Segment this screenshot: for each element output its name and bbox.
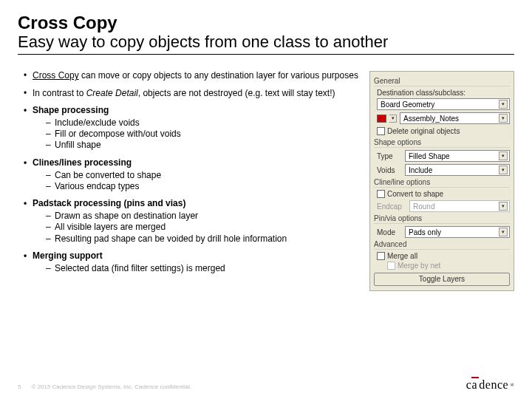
chevron-down-icon: ▾ [499,114,508,123]
bullet-item: Cross Copy can move or copy objects to a… [24,71,359,81]
sub-bullet: Can be converted to shape [46,171,359,180]
endcap-label: Endcap [377,202,406,211]
chevron-down-icon[interactable]: ▾ [389,115,397,123]
sub-bullet: Include/exclude voids [46,118,359,128]
endcap-dropdown: Round▾ [409,200,510,212]
group-general: General [374,77,510,86]
group-shape: Shape options [374,138,510,148]
chevron-down-icon: ▾ [499,166,508,174]
group-advanced: Advanced [374,240,510,250]
shape-voids-label: Voids [377,166,402,174]
dest-class-dropdown[interactable]: Board Geometry▾ [377,98,510,110]
slide-title: Cross Copy [18,13,514,32]
bullet-heading: Shape processing Include/exclude voids F… [24,106,359,151]
color-swatch[interactable] [377,115,386,123]
pin-mode-label: Mode [377,228,402,236]
chevron-down-icon: ▾ [499,228,508,236]
bullet-item: In contrast to Create Detail, objects ar… [24,89,359,98]
sub-bullet: Fill or decompose with/out voids [46,129,359,139]
pin-mode-dropdown[interactable]: Pads only▾ [405,226,510,238]
slide-body: Cross Copy can move or copy objects to a… [18,71,359,291]
sub-bullet: Various endcap types [46,182,359,191]
dest-subclass-dropdown[interactable]: Assembly_Notes▾ [400,112,510,124]
options-panel: General Destination class/subclass: Boar… [369,71,514,291]
slide-subtitle: Easy way to copy objects from one class … [18,33,514,55]
copyright-text: © 2015 Cadence Design Systems, Inc. Cade… [31,383,191,390]
shape-type-label: Type [377,152,402,160]
chevron-down-icon: ▾ [499,202,508,211]
delete-original-checkbox[interactable]: Delete original objects [377,127,510,135]
chevron-down-icon: ▾ [499,151,508,160]
sub-bullet: Drawn as shape on destination layer [46,211,359,221]
sub-bullet: Unfill shape [46,140,359,150]
chevron-down-icon: ▾ [499,100,508,109]
sub-bullet: Selected data (find filter settings) is … [46,264,359,273]
merge-all-checkbox[interactable]: Merge all [377,252,510,260]
group-pin: Pin/via options [374,214,510,224]
bullet-heading: Clines/lines processing Can be converted… [24,158,359,192]
dest-class-label: Destination class/subclass: [377,89,510,97]
sub-bullet: All visible layers are merged [46,222,359,232]
convert-shape-checkbox[interactable]: Convert to shape [377,190,510,198]
merge-net-checkbox: Merge by net [387,262,510,270]
bullet-heading: Merging support Selected data (find filt… [24,251,359,273]
bullet-heading: Padstack processing (pins and vias) Draw… [24,199,359,244]
cadence-logo: cdence® [466,378,514,392]
group-cline: Cline/line options [374,178,510,188]
toggle-layers-button[interactable]: Toggle Layers [374,273,510,286]
sub-bullet: Resulting pad shape can be voided by dri… [46,234,359,244]
page-number: 5 [18,383,21,390]
slide-footer: 5 © 2015 Cadence Design Systems, Inc. Ca… [18,383,191,390]
shape-type-dropdown[interactable]: Filled Shape▾ [405,150,510,162]
shape-voids-dropdown[interactable]: Include▾ [405,164,510,176]
